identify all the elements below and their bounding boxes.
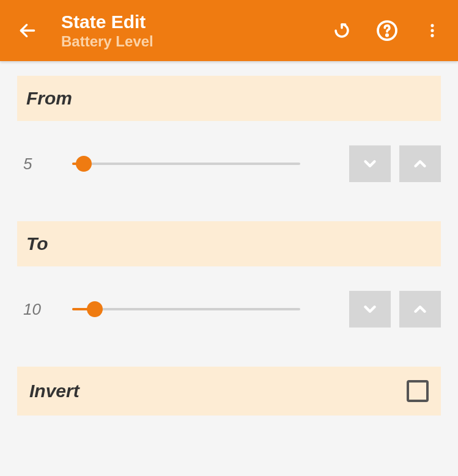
svg-point-3 — [430, 24, 434, 27]
to-section-header: To — [17, 221, 441, 266]
content-area: From 5 To 10 — [0, 76, 458, 416]
from-increment-button[interactable] — [399, 145, 441, 182]
svg-point-4 — [430, 29, 434, 32]
from-slider[interactable] — [72, 155, 300, 173]
from-decrement-button[interactable] — [349, 145, 391, 182]
to-increment-button[interactable] — [399, 291, 441, 328]
from-section-header: From — [17, 76, 441, 121]
app-header: State Edit Battery Level — [0, 0, 458, 61]
to-stepper — [349, 291, 441, 328]
chevron-up-icon — [411, 155, 429, 173]
invert-label: Invert — [29, 381, 79, 401]
slider-track — [72, 163, 300, 165]
chevron-up-icon — [411, 300, 429, 318]
title-block: State Edit Battery Level — [61, 12, 328, 50]
from-value: 5 — [23, 155, 54, 174]
header-actions — [328, 17, 446, 44]
from-slider-row: 5 — [17, 121, 441, 207]
svg-point-2 — [386, 34, 388, 35]
back-button[interactable] — [12, 15, 43, 46]
chevron-down-icon — [361, 300, 379, 318]
chevron-down-icon — [361, 155, 379, 173]
to-slider-row: 10 — [17, 266, 441, 352]
svg-point-5 — [430, 34, 434, 37]
from-label: From — [26, 88, 432, 109]
page-subtitle: Battery Level — [61, 33, 328, 50]
to-value: 10 — [23, 300, 54, 319]
help-button[interactable] — [374, 17, 401, 44]
slider-track — [72, 308, 300, 310]
more-button[interactable] — [419, 17, 446, 44]
invert-checkbox[interactable] — [407, 380, 429, 402]
invert-row[interactable]: Invert — [17, 367, 441, 416]
undo-icon — [331, 20, 352, 41]
slider-thumb[interactable] — [87, 301, 103, 317]
page-title: State Edit — [61, 12, 328, 32]
help-icon — [376, 20, 398, 42]
slider-thumb[interactable] — [76, 156, 92, 172]
to-decrement-button[interactable] — [349, 291, 391, 328]
from-stepper — [349, 145, 441, 182]
to-label: To — [26, 233, 432, 254]
undo-button[interactable] — [328, 17, 355, 44]
arrow-left-icon — [18, 21, 37, 40]
to-slider[interactable] — [72, 300, 300, 318]
more-vertical-icon — [424, 22, 441, 39]
